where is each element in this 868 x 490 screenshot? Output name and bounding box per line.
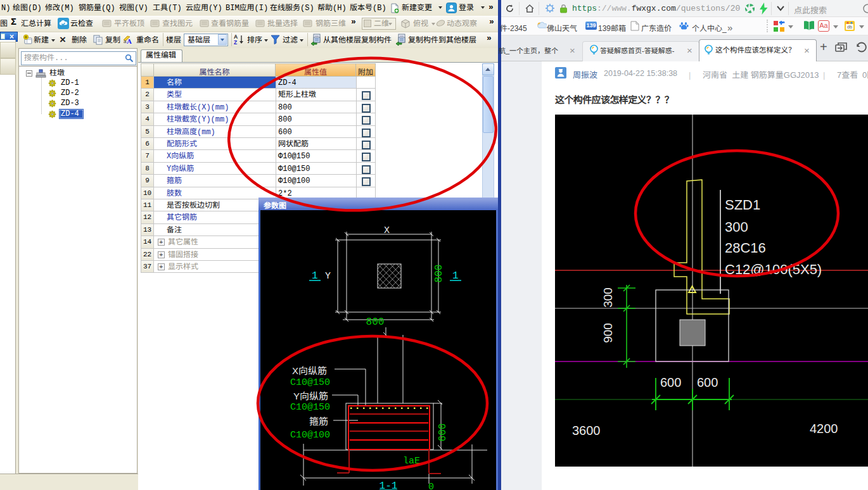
svg-text:SZD1: SZD1 bbox=[725, 197, 760, 213]
svg-text:300: 300 bbox=[725, 219, 748, 235]
svg-text:28C16: 28C16 bbox=[725, 240, 766, 256]
svg-text:db: db bbox=[847, 25, 852, 29]
svg-text:3600: 3600 bbox=[572, 424, 601, 437]
svg-text:600: 600 bbox=[660, 375, 681, 389]
svg-text:4200: 4200 bbox=[810, 422, 838, 436]
svg-text:600: 600 bbox=[697, 375, 718, 389]
svg-text:900: 900 bbox=[601, 323, 615, 343]
svg-text:300: 300 bbox=[601, 287, 615, 308]
